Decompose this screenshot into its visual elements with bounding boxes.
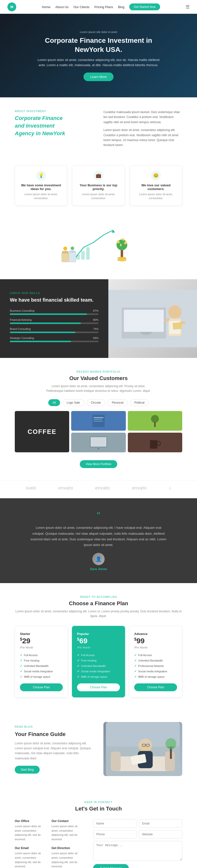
svg-text:$: $ [120,243,122,247]
email-input[interactable] [139,819,182,828]
phone-input[interactable] [93,830,136,838]
tab-circular[interactable]: Circular [87,399,105,406]
skill-label-2: Brand Consulting [10,328,31,330]
skill-1: Financial Advising 80% [10,318,98,324]
pricing-starter: Starter $29 /Per Month Full Access Free … [15,626,68,698]
svg-rect-54 [106,722,180,747]
advance-f1: Unlimited Bandwidth [134,658,177,663]
portfolio-item-4 [128,433,182,452]
nav-home[interactable]: Home [42,5,51,9]
svg-point-8 [117,257,126,259]
skill-percent-0: 87% [93,309,98,312]
starter-name: Starter [20,632,63,636]
hamburger-icon[interactable]: ☰ [186,4,190,9]
nav-clients[interactable]: Our Clients [74,5,89,9]
advance-cta[interactable]: Choose Plan [134,683,177,691]
portfolio-tag: Recent Works Portfolio [15,370,182,373]
logo: M [7,2,16,11]
contact-email: Our Email Lorem ipsum dolor sit amet, co… [15,846,47,868]
contact-direction: Get Direction Lorem ipsum dolor sit amet… [52,846,83,868]
blog-text: Lorem ipsum dolor sit amet, consectetur … [15,741,93,761]
blog-image [104,722,182,776]
website-input[interactable] [139,830,182,838]
hero-section: Lorem ipsum site dolor et amet Corporate… [0,14,197,97]
message-input[interactable] [93,841,182,861]
advance-price: $99 [134,637,177,645]
contact-tag: Keep in contact [15,801,182,804]
svg-point-11 [124,241,127,244]
skill-percent-3: 69% [93,337,98,339]
view-more-button[interactable]: View More Portfolio [80,460,117,468]
contact-grid: Our Office Lorem ipsum dolor sit amet, c… [15,819,182,868]
svg-rect-16 [76,255,80,259]
skill-3: Strategic Consulting 69% [10,337,98,342]
portfolio-subtitle: Lorem ipsum dolor sit amet, consectetur … [43,384,154,393]
skill-fill-0 [10,313,87,315]
feature-title-2: We love our valued customers. [134,183,178,191]
about-title: Corporate Finance and Investment Agency … [15,115,93,137]
blog-section: Read Blog Your Finance Guide Lorem ipsum… [0,710,197,788]
popular-price: $69 [77,637,120,645]
partner-0: ivato [26,486,36,491]
blog-content: Read Blog Your Finance Guide Lorem ipsum… [15,724,93,774]
starter-f1: Free Hosting [20,658,63,663]
skill-fill-3 [10,341,71,342]
starter-f3: Social media Integration [20,669,63,674]
popular-f0: Full Access [77,652,120,658]
popular-period: /Per Month [77,646,120,649]
portfolio-plant-image [128,411,182,431]
tab-political[interactable]: Political [130,399,148,406]
skills-image [108,279,197,358]
skills-tag: Check Our Skills [10,291,98,294]
pricing-cards: Starter $29 /Per Month Full Access Free … [15,626,182,698]
svg-rect-35 [154,422,156,427]
illustration-section: $ [0,215,197,279]
tab-all[interactable]: All [48,399,60,406]
portfolio-section: Recent Works Portfolio Our Valued Custom… [0,358,197,480]
skill-label-3: Strategic Consulting [10,337,34,339]
skill-fill-1 [10,322,81,324]
contact-section: Keep in contact Let's Get in Touch Our O… [0,788,197,868]
advance-f3: Social media Integration [134,669,177,674]
portfolio-tabs: All Logo Sale Circular Personal Politica… [15,399,182,406]
contact-info: Our Office Lorem ipsum dolor sit amet, c… [15,819,83,868]
svg-point-38 [98,448,99,450]
skill-percent-1: 80% [93,318,98,321]
nav-pricing[interactable]: Pricing Plans [94,5,113,9]
submit-button[interactable]: Submit Message [93,864,129,868]
nav-about[interactable]: About Us [55,5,68,9]
pricing-title: Choose a Finance Plan [15,600,182,607]
starter-cta[interactable]: Choose Plan [20,683,63,691]
portfolio-item-0: COFFEE [15,411,69,452]
contact-form-row-2 [93,830,182,838]
blog-cta-button[interactable]: Start Blog [15,766,40,774]
portfolio-notebook-image [71,411,125,431]
features-section: 💡 We have some investment ideas for you.… [0,163,197,215]
feature-icon-2: 😊 [151,170,161,180]
pricing-tag: Ready to accomplish [15,595,182,598]
about-description: Curabitur malesuada ipsum laoreet. Duis … [104,110,182,151]
popular-cta[interactable]: Choose Plan [77,683,120,691]
blog-tag: Read Blog [15,724,93,729]
feature-desc-2: Lorem ipsum dolor sit amet, consectetur. [134,192,178,200]
svg-rect-37 [91,437,106,447]
hero-cta-button[interactable]: Learn More [83,72,114,81]
starter-f4: 4MB of storage space [20,674,63,679]
name-input[interactable] [93,819,136,828]
svg-point-41 [152,439,156,440]
testimonial-avatar: 👤 [92,553,105,565]
tab-personal[interactable]: Personal [108,399,128,406]
tab-logo[interactable]: Logo Sale [62,399,84,406]
nav-blog[interactable]: Blog [118,5,124,9]
blog-image-area [104,722,182,776]
portfolio-coffee-image: COFFEE [15,411,69,452]
starter-f0: Full Access [20,652,63,658]
nav-cta-button[interactable]: Get Started Now [129,3,160,10]
advance-name: Advance [134,632,177,636]
portfolio-item-2 [128,411,182,431]
navigation: M Home About Us Our Clients Pricing Plan… [0,0,197,14]
feature-desc-0: Lorem ipsum dolor sit amet, consectetur. [19,192,63,200]
starter-f2: Unlimited Bandwidth [20,663,63,669]
svg-point-2 [63,247,67,250]
testimonial-text: Lorem ipsum dolor sit amet, consectetur … [30,525,167,548]
